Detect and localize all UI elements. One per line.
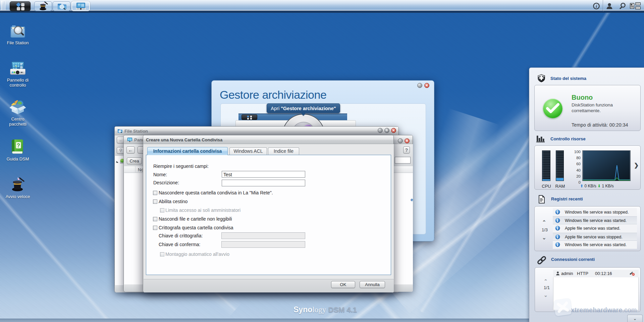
svg-text:i: i <box>596 4 597 9</box>
svg-text:?: ? <box>17 143 20 148</box>
